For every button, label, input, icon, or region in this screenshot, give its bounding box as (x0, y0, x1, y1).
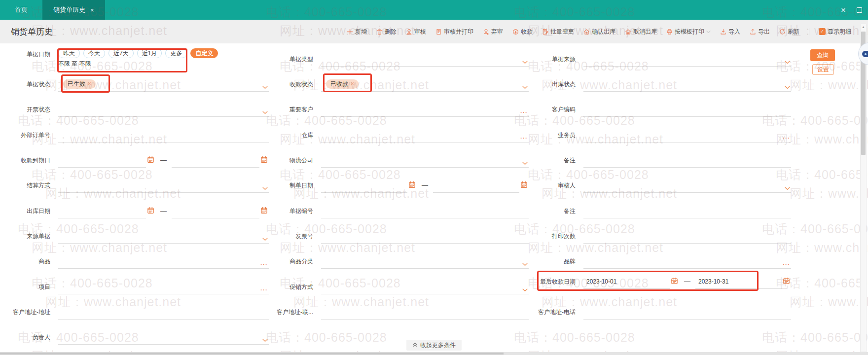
warehouse-field[interactable]: ⋯ (321, 127, 529, 143)
invoice-status-field[interactable] (58, 101, 269, 118)
show-detail-checkbox[interactable]: ✓显示明细 (819, 28, 851, 36)
source-doc-field[interactable] (58, 228, 269, 245)
project-field[interactable]: ⋯ (58, 279, 269, 295)
batch-change-button[interactable]: 批量变更 (542, 28, 574, 36)
tab-close-icon[interactable]: × (90, 6, 94, 14)
close-window-icon[interactable]: × (841, 6, 846, 14)
select-chevron-icon[interactable] (785, 61, 790, 64)
import-button[interactable]: 导入 (720, 28, 740, 36)
query-button[interactable]: 查询 (810, 49, 835, 61)
ellipsis-picker-icon[interactable]: ⋯ (782, 134, 790, 142)
settings-button[interactable]: 设置 (812, 64, 834, 75)
export-button[interactable]: 导出 (750, 28, 770, 36)
select-chevron-icon[interactable] (262, 111, 268, 114)
cancel-outbound-button[interactable]: 取消出库 (625, 28, 657, 36)
audit-print-button[interactable]: 审核并打印 (435, 28, 473, 36)
select-chevron-icon[interactable] (785, 86, 790, 89)
doc-create-date-from-input[interactable] (321, 177, 407, 194)
calendar-icon[interactable] (520, 181, 528, 188)
external-order-no-field[interactable] (58, 127, 269, 143)
print-count-field[interactable] (583, 228, 791, 245)
doc-status-tag[interactable]: 已生效× (63, 79, 96, 89)
refresh-button[interactable]: 刷新 (779, 28, 799, 36)
doc-source-field[interactable] (583, 51, 791, 68)
select-chevron-icon[interactable] (262, 238, 268, 241)
date-pill[interactable]: 近7天 (108, 48, 134, 58)
add-button[interactable]: 新增 (347, 28, 367, 36)
scrollbar-up-arrow-icon[interactable]: ▲ (861, 25, 866, 29)
calendar-icon[interactable] (783, 277, 790, 284)
remark-1-field[interactable] (583, 152, 791, 169)
doc-create-date-field[interactable]: — (321, 177, 529, 194)
payment-status-field[interactable]: 已收款× (321, 76, 529, 93)
salesperson-field[interactable]: ⋯ (583, 127, 791, 143)
payment-due-date-to-input[interactable] (172, 152, 259, 169)
confirm-outbound-button[interactable]: 确认出库 (583, 28, 615, 36)
remark-2-field[interactable] (583, 203, 791, 219)
chevron-down-icon[interactable] (706, 28, 711, 35)
tab-home[interactable]: 首页 (0, 0, 42, 20)
delete-button[interactable]: 删除 (376, 28, 397, 36)
last-payment-date-to-input[interactable]: 2023-10-31 (695, 273, 782, 290)
calendar-icon[interactable] (147, 207, 154, 214)
select-chevron-icon[interactable] (522, 288, 528, 292)
logistics-company-field[interactable] (321, 152, 529, 169)
calendar-icon[interactable] (147, 156, 154, 163)
customer-address-contact-field[interactable] (321, 304, 529, 320)
calendar-icon[interactable] (408, 181, 416, 188)
ellipsis-picker-icon[interactable]: ⋯ (782, 260, 790, 268)
outbound-date-to-input[interactable] (172, 203, 259, 219)
payment-due-date-field[interactable]: — (58, 152, 269, 169)
brand-field[interactable]: ⋯ (583, 253, 791, 270)
receive-payment-button[interactable]: 收款 (512, 28, 533, 36)
select-chevron-icon[interactable] (522, 61, 528, 64)
auditor-field[interactable] (583, 177, 791, 194)
maximize-window-icon[interactable] (857, 7, 862, 13)
payment-status-tag[interactable]: 已收款× (326, 79, 359, 89)
template-print-button[interactable]: 按模板打印 (666, 28, 711, 36)
payment-due-date-from-input[interactable] (58, 152, 146, 169)
important-customer-field[interactable]: ⋯ (321, 101, 529, 118)
checkbox-checked-icon[interactable]: ✓ (819, 28, 826, 35)
calendar-icon[interactable] (260, 207, 268, 214)
date-pill[interactable]: 近1月 (137, 48, 162, 58)
select-chevron-icon[interactable] (262, 86, 268, 89)
last-payment-date-field[interactable]: 2023-10-01—2023-10-31 (583, 273, 791, 290)
ellipsis-picker-icon[interactable]: ⋯ (520, 108, 528, 116)
settlement-method-field[interactable] (58, 177, 269, 194)
select-chevron-icon[interactable] (262, 339, 268, 342)
doc-type-field[interactable] (321, 51, 529, 68)
ellipsis-picker-icon[interactable]: ⋯ (520, 134, 528, 142)
outbound-date-field[interactable]: — (58, 203, 269, 219)
tag-close-icon[interactable]: × (351, 80, 354, 87)
calendar-icon[interactable] (260, 156, 268, 163)
select-chevron-icon[interactable] (522, 86, 528, 89)
select-chevron-icon[interactable] (522, 162, 528, 165)
customer-code-field[interactable] (583, 101, 791, 118)
outbound-status-field[interactable] (583, 76, 791, 93)
person-in-charge-field[interactable] (58, 329, 269, 346)
product-category-field[interactable] (321, 253, 529, 270)
outbound-date-from-input[interactable] (58, 203, 146, 219)
promotion-method-field[interactable] (321, 279, 529, 295)
date-pill-selected[interactable]: 自定义 (190, 48, 218, 58)
select-chevron-icon[interactable] (262, 187, 268, 190)
date-pill[interactable]: 昨天 (58, 48, 80, 58)
ellipsis-picker-icon[interactable]: ⋯ (260, 260, 268, 268)
last-payment-date-from-input[interactable]: 2023-10-01 (583, 273, 670, 290)
audit-button[interactable]: 审核 (406, 28, 426, 36)
horizontal-scrollbar[interactable] (0, 352, 868, 355)
horizontal-scrollbar-thumb[interactable] (0, 353, 504, 355)
select-chevron-icon[interactable] (522, 263, 528, 266)
invoice-no-field[interactable] (321, 228, 529, 245)
customer-address-address-field[interactable] (58, 304, 269, 320)
select-chevron-icon[interactable] (785, 187, 790, 190)
ellipsis-picker-icon[interactable]: ⋯ (260, 286, 268, 293)
product-field[interactable]: ⋯ (58, 253, 269, 270)
abandon-audit-button[interactable]: 弃审 (483, 28, 503, 36)
doc-create-date-to-input[interactable] (433, 177, 519, 194)
date-pill[interactable]: 更多 (165, 48, 187, 58)
doc-no-field[interactable] (321, 203, 529, 219)
collapse-more-conditions-button[interactable]: 收起更多条件 (406, 340, 462, 351)
calendar-icon[interactable] (671, 277, 678, 284)
